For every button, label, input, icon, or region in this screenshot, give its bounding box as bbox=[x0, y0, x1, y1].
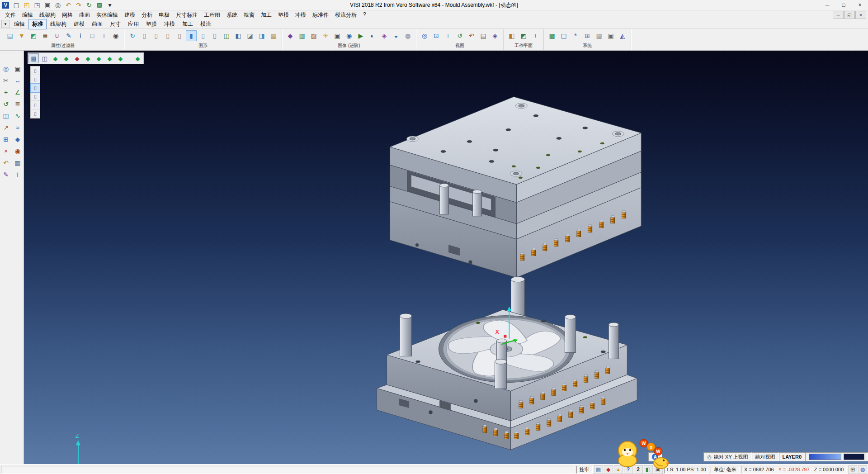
workplane-icon[interactable]: ◧ bbox=[506, 30, 517, 41]
bottom-view-icon[interactable]: ◆ bbox=[115, 53, 126, 63]
lights-icon[interactable]: ☀ bbox=[320, 30, 331, 41]
snap-marker-icon[interactable]: ◆ bbox=[604, 465, 613, 474]
refresh-view-icon[interactable]: ↻ bbox=[127, 30, 138, 41]
shaded-mode-icon[interactable]: ▮ bbox=[186, 30, 197, 41]
workplane-3pt-icon[interactable]: + bbox=[530, 30, 541, 41]
menu-item[interactable]: 电极 bbox=[156, 10, 173, 20]
menu-item[interactable]: 冲模 bbox=[292, 10, 309, 20]
ribbon-tab[interactable]: 建模 bbox=[70, 19, 88, 29]
menu-item[interactable]: 视窗 bbox=[241, 10, 258, 20]
print-icon[interactable]: ▣ bbox=[42, 0, 52, 9]
rotate-icon[interactable]: ↺ bbox=[0, 99, 11, 109]
right-view-icon[interactable]: ◆ bbox=[83, 53, 93, 63]
magnet-snap-icon[interactable]: ∪ bbox=[52, 30, 62, 41]
menu-item[interactable]: 建模 bbox=[121, 10, 138, 20]
layers-icon[interactable]: ≣ bbox=[12, 99, 23, 109]
units-field[interactable]: 单位: 毫米 bbox=[711, 466, 740, 474]
help-icon[interactable]: ◭ bbox=[617, 30, 628, 41]
close-button[interactable]: × bbox=[852, 0, 868, 10]
materials-icon[interactable]: ▥ bbox=[297, 30, 307, 41]
menu-item[interactable]: ? bbox=[360, 10, 369, 20]
measure-icon[interactable]: ↔ bbox=[12, 75, 23, 85]
menu-item[interactable]: 曲面 bbox=[76, 10, 93, 20]
display-cylinder-3-icon[interactable]: ▯ bbox=[162, 30, 173, 41]
menu-item[interactable]: 文件 bbox=[2, 10, 19, 20]
refresh-icon[interactable]: ↻ bbox=[84, 0, 94, 9]
surface-icon[interactable]: ≈ bbox=[12, 122, 23, 133]
menu-item[interactable]: 系统 bbox=[223, 10, 241, 20]
preview-icon[interactable]: ◎ bbox=[53, 0, 63, 9]
display-cylinder-1-icon[interactable]: ▯ bbox=[139, 30, 150, 41]
perspective-icon[interactable]: ◈ bbox=[490, 30, 500, 41]
command-input[interactable] bbox=[1, 466, 575, 474]
save-file-icon[interactable]: ◳ bbox=[32, 0, 42, 9]
advanced-shading-icon[interactable]: ◈ bbox=[379, 30, 390, 41]
trim-icon[interactable]: ✂ bbox=[0, 75, 11, 85]
attribute-brush-icon[interactable]: ✎ bbox=[63, 30, 74, 41]
ribbon-tab[interactable]: 加工 bbox=[179, 19, 197, 29]
mdi-minimize-button[interactable]: ─ bbox=[833, 11, 844, 19]
mirror-icon[interactable]: ◫ bbox=[0, 110, 11, 121]
ribbon-tab[interactable]: 标准 bbox=[28, 19, 47, 29]
display-cylinder-2-icon[interactable]: ▯ bbox=[151, 30, 161, 41]
layer-segment[interactable]: LAYER0 bbox=[779, 452, 805, 461]
ribbon-tab[interactable]: 线架构 bbox=[47, 19, 70, 29]
menu-item[interactable]: 塑模 bbox=[275, 10, 292, 20]
named-views-icon[interactable]: ▤ bbox=[478, 30, 489, 41]
dynamic-section-icon[interactable]: ◫ bbox=[221, 30, 232, 41]
selection-grid-icon[interactable]: ▦ bbox=[594, 465, 603, 474]
color-filter-icon[interactable]: ◩ bbox=[28, 30, 39, 41]
select-all-icon[interactable]: □ bbox=[87, 30, 98, 41]
menu-item[interactable]: 加工 bbox=[258, 10, 275, 20]
ribbon-tab[interactable]: 编辑 bbox=[10, 19, 28, 29]
world-axis-icon[interactable]: ◍ bbox=[858, 465, 867, 474]
zoom-window-icon[interactable]: ⊡ bbox=[431, 30, 442, 41]
delete-icon[interactable]: × bbox=[0, 146, 11, 156]
view-layout-icon[interactable]: ◫ bbox=[39, 53, 50, 63]
filter-all-icon[interactable]: ▯ bbox=[31, 109, 40, 118]
reflection-icon[interactable]: ◨ bbox=[256, 30, 267, 41]
filter-line-icon[interactable]: ▯ bbox=[31, 75, 40, 84]
element-info-icon[interactable]: i bbox=[75, 30, 86, 41]
rotate-view-icon[interactable]: ↺ bbox=[454, 30, 465, 41]
menu-item[interactable]: 工程图 bbox=[201, 10, 223, 20]
display-cylinder-4-icon[interactable]: ▯ bbox=[174, 30, 185, 41]
rotate-cube-icon[interactable]: ◆ bbox=[132, 53, 143, 63]
ribbon-tab[interactable]: 模流 bbox=[197, 19, 215, 29]
mould-upper-half[interactable] bbox=[390, 97, 642, 278]
pan-icon[interactable]: + bbox=[443, 30, 453, 41]
viewport-3d[interactable]: X bbox=[24, 51, 868, 464]
macro-icon[interactable]: ▣ bbox=[605, 30, 616, 41]
front-view-icon[interactable]: ◆ bbox=[61, 53, 71, 63]
info-icon[interactable]: i bbox=[12, 169, 23, 180]
view-reference-segment[interactable]: 绝对视图 bbox=[752, 452, 779, 461]
redo-icon[interactable]: ↷ bbox=[74, 0, 84, 9]
curve-icon[interactable]: ∿ bbox=[12, 110, 23, 121]
snap-settings-icon[interactable]: * bbox=[570, 30, 581, 41]
undo-icon[interactable]: ↶ bbox=[0, 157, 11, 168]
mdi-close-button[interactable]: × bbox=[855, 11, 866, 19]
clip-plane-icon[interactable]: ◧ bbox=[233, 30, 244, 41]
shadow-icon[interactable]: ◪ bbox=[245, 30, 255, 41]
stereo-icon[interactable]: ◐ bbox=[367, 30, 378, 41]
move-icon[interactable]: + bbox=[0, 87, 11, 97]
ribbon-tab[interactable]: 塑膜 bbox=[142, 19, 160, 29]
menu-item[interactable]: 实体编辑 bbox=[93, 10, 121, 20]
calculator-icon[interactable]: ▦ bbox=[594, 30, 604, 41]
menu-item[interactable]: 线架构 bbox=[36, 10, 59, 20]
open-file-icon[interactable]: ◰ bbox=[22, 0, 32, 9]
quick-select-icon[interactable]: + bbox=[99, 30, 109, 41]
ribbon-tab[interactable]: 冲模 bbox=[160, 19, 179, 29]
lock-status-field[interactable]: 拴牢 bbox=[576, 466, 593, 474]
layer-filter-icon[interactable]: ≣ bbox=[40, 30, 51, 41]
solid-icon[interactable]: ◆ bbox=[12, 134, 23, 144]
view-orientation-segment[interactable]: ◎ 绝对 XY 上视图 bbox=[703, 452, 751, 461]
background-icon[interactable]: ▦ bbox=[268, 30, 279, 41]
properties-icon[interactable]: ▤ bbox=[5, 30, 15, 41]
menu-item[interactable]: 编辑 bbox=[19, 10, 36, 20]
left-view-icon[interactable]: ◆ bbox=[104, 53, 115, 63]
color-gradient-swatch[interactable] bbox=[809, 454, 841, 460]
filter-surface-icon[interactable]: ▯ bbox=[31, 92, 40, 101]
environment-icon[interactable]: ◒ bbox=[391, 30, 401, 41]
iso-view-icon[interactable]: ◆ bbox=[50, 53, 61, 63]
